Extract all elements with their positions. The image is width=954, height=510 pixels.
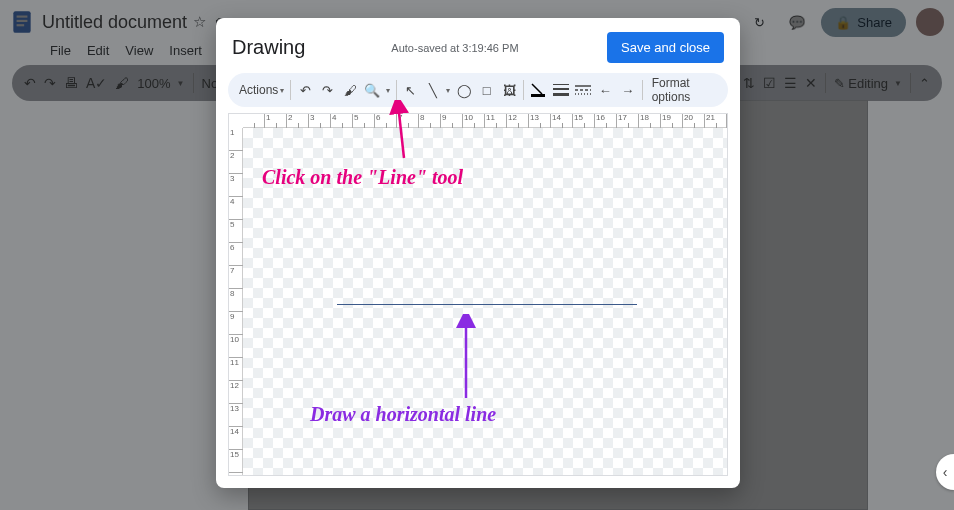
drawing-canvas[interactable] [243,128,727,475]
line-end-icon[interactable]: → [619,80,635,100]
line-color-icon[interactable] [530,80,546,100]
autosave-label: Auto-saved at 3:19:46 PM [391,42,518,54]
line-dash-icon[interactable] [575,80,591,100]
select-tool-icon[interactable]: ↖ [402,80,418,100]
drawing-toolbar: Actions▾ ↶ ↷ 🖌 🔍▾ ↖ ╲▾ ◯ □ 🖼 ← → Format … [228,73,728,107]
svg-rect-7 [553,93,569,96]
line-start-icon[interactable]: ← [597,80,613,100]
drawing-title: Drawing [232,36,305,59]
drawing-dialog: Drawing Auto-saved at 3:19:46 PM Save an… [216,18,740,488]
svg-rect-6 [553,88,569,90]
shape-tool-icon[interactable]: ◯ [456,80,472,100]
undo-icon[interactable]: ↶ [297,80,313,100]
paint-format-icon[interactable]: 🖌 [342,80,358,100]
redo-icon[interactable]: ↷ [320,80,336,100]
vertical-ruler: 1234567891011121314151617 [229,128,243,475]
textbox-tool-icon[interactable]: □ [479,80,495,100]
horizontal-ruler: 123456789101112131415161718192021 [243,114,727,128]
image-tool-icon[interactable]: 🖼 [501,80,517,100]
actions-menu[interactable]: Actions▾ [239,83,284,97]
format-options-button[interactable]: Format options [652,76,717,104]
drawn-horizontal-line[interactable] [337,304,637,305]
save-and-close-button[interactable]: Save and close [607,32,724,63]
svg-rect-5 [553,84,569,85]
svg-rect-4 [531,94,545,97]
zoom-icon[interactable]: 🔍 [364,80,380,100]
line-tool-icon[interactable]: ╲ [425,80,441,100]
line-weight-icon[interactable] [552,80,568,100]
